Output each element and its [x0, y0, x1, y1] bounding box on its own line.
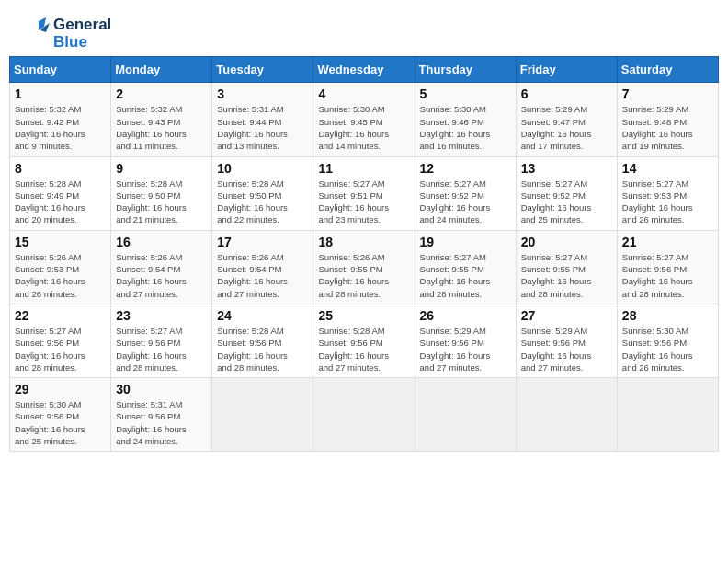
day-info: Sunrise: 5:30 AMSunset: 9:46 PMDaylight:… — [420, 103, 511, 152]
table-row: 25Sunrise: 5:28 AMSunset: 9:56 PMDayligh… — [313, 304, 415, 377]
logo-text-block: General Blue — [53, 17, 111, 51]
day-info: Sunrise: 5:29 AMSunset: 9:56 PMDaylight:… — [521, 325, 612, 373]
day-number: 25 — [318, 308, 409, 323]
day-number: 13 — [521, 161, 612, 176]
day-number: 30 — [116, 382, 207, 396]
col-wednesday: Wednesday — [313, 57, 415, 83]
col-thursday: Thursday — [415, 57, 516, 83]
table-row: 4Sunrise: 5:30 AMSunset: 9:45 PMDaylight… — [313, 83, 415, 156]
day-info: Sunrise: 5:30 AMSunset: 9:56 PMDaylight:… — [15, 398, 106, 447]
day-number: 8 — [15, 161, 106, 176]
calendar-week-3: 15Sunrise: 5:26 AMSunset: 9:53 PMDayligh… — [10, 230, 719, 304]
table-row: 21Sunrise: 5:27 AMSunset: 9:56 PMDayligh… — [617, 230, 718, 304]
day-number: 29 — [15, 382, 106, 396]
table-row: 17Sunrise: 5:26 AMSunset: 9:54 PMDayligh… — [212, 230, 313, 304]
table-row: 7Sunrise: 5:29 AMSunset: 9:48 PMDaylight… — [617, 83, 718, 156]
svg-rect-0 — [18, 17, 51, 51]
table-row: 5Sunrise: 5:30 AMSunset: 9:46 PMDaylight… — [415, 83, 516, 156]
table-row: 30Sunrise: 5:31 AMSunset: 9:56 PMDayligh… — [111, 378, 212, 452]
table-row — [415, 378, 516, 452]
day-info: Sunrise: 5:28 AMSunset: 9:56 PMDaylight:… — [217, 325, 308, 373]
day-number: 12 — [420, 161, 511, 176]
calendar-header-row: Sunday Monday Tuesday Wednesday Thursday… — [10, 57, 719, 83]
table-row: 19Sunrise: 5:27 AMSunset: 9:55 PMDayligh… — [415, 230, 516, 304]
day-info: Sunrise: 5:26 AMSunset: 9:53 PMDaylight:… — [15, 251, 106, 300]
day-info: Sunrise: 5:27 AMSunset: 9:56 PMDaylight:… — [622, 251, 713, 300]
day-number: 2 — [116, 86, 207, 101]
day-number: 11 — [318, 161, 409, 176]
table-row — [212, 378, 313, 452]
day-info: Sunrise: 5:28 AMSunset: 9:50 PMDaylight:… — [217, 178, 308, 226]
table-row: 10Sunrise: 5:28 AMSunset: 9:50 PMDayligh… — [212, 156, 313, 230]
day-info: Sunrise: 5:27 AMSunset: 9:55 PMDaylight:… — [521, 251, 612, 300]
day-info: Sunrise: 5:28 AMSunset: 9:50 PMDaylight:… — [116, 178, 207, 226]
table-row: 11Sunrise: 5:27 AMSunset: 9:51 PMDayligh… — [313, 156, 415, 230]
calendar-table: Sunday Monday Tuesday Wednesday Thursday… — [9, 56, 719, 452]
header: General Blue — [9, 9, 719, 56]
day-info: Sunrise: 5:32 AMSunset: 9:43 PMDaylight:… — [116, 103, 207, 152]
day-number: 28 — [622, 308, 713, 323]
day-info: Sunrise: 5:29 AMSunset: 9:56 PMDaylight:… — [420, 325, 511, 373]
day-number: 7 — [622, 86, 713, 101]
day-number: 22 — [15, 308, 106, 323]
col-saturday: Saturday — [617, 57, 718, 83]
table-row — [313, 378, 415, 452]
day-number: 26 — [420, 308, 511, 323]
table-row: 22Sunrise: 5:27 AMSunset: 9:56 PMDayligh… — [10, 304, 111, 377]
day-info: Sunrise: 5:29 AMSunset: 9:47 PMDaylight:… — [521, 103, 612, 152]
table-row: 26Sunrise: 5:29 AMSunset: 9:56 PMDayligh… — [415, 304, 516, 377]
calendar-week-2: 8Sunrise: 5:28 AMSunset: 9:49 PMDaylight… — [10, 156, 719, 230]
day-number: 4 — [318, 86, 409, 101]
day-info: Sunrise: 5:28 AMSunset: 9:49 PMDaylight:… — [15, 178, 106, 226]
calendar-week-4: 22Sunrise: 5:27 AMSunset: 9:56 PMDayligh… — [10, 304, 719, 377]
table-row: 27Sunrise: 5:29 AMSunset: 9:56 PMDayligh… — [516, 304, 617, 377]
day-info: Sunrise: 5:27 AMSunset: 9:55 PMDaylight:… — [420, 251, 511, 300]
table-row: 6Sunrise: 5:29 AMSunset: 9:47 PMDaylight… — [516, 83, 617, 156]
day-info: Sunrise: 5:27 AMSunset: 9:56 PMDaylight:… — [15, 325, 106, 373]
table-row: 2Sunrise: 5:32 AMSunset: 9:43 PMDaylight… — [111, 83, 212, 156]
table-row: 14Sunrise: 5:27 AMSunset: 9:53 PMDayligh… — [617, 156, 718, 230]
day-info: Sunrise: 5:29 AMSunset: 9:48 PMDaylight:… — [622, 103, 713, 152]
table-row: 15Sunrise: 5:26 AMSunset: 9:53 PMDayligh… — [10, 230, 111, 304]
day-number: 17 — [217, 235, 308, 249]
logo-general-text: General — [53, 17, 111, 34]
day-number: 18 — [318, 235, 409, 249]
day-info: Sunrise: 5:28 AMSunset: 9:56 PMDaylight:… — [318, 325, 409, 373]
day-number: 1 — [15, 86, 106, 101]
day-number: 15 — [15, 235, 106, 249]
day-info: Sunrise: 5:30 AMSunset: 9:56 PMDaylight:… — [622, 325, 713, 373]
day-info: Sunrise: 5:31 AMSunset: 9:44 PMDaylight:… — [217, 103, 308, 152]
day-info: Sunrise: 5:27 AMSunset: 9:52 PMDaylight:… — [420, 178, 511, 226]
col-sunday: Sunday — [10, 57, 111, 83]
day-number: 3 — [217, 86, 308, 101]
calendar-week-1: 1Sunrise: 5:32 AMSunset: 9:42 PMDaylight… — [10, 83, 719, 156]
table-row: 23Sunrise: 5:27 AMSunset: 9:56 PMDayligh… — [111, 304, 212, 377]
logo-svg — [18, 17, 51, 51]
day-number: 10 — [217, 161, 308, 176]
day-info: Sunrise: 5:26 AMSunset: 9:54 PMDaylight:… — [217, 251, 308, 300]
day-info: Sunrise: 5:31 AMSunset: 9:56 PMDaylight:… — [116, 398, 207, 447]
day-info: Sunrise: 5:27 AMSunset: 9:52 PMDaylight:… — [521, 178, 612, 226]
table-row: 24Sunrise: 5:28 AMSunset: 9:56 PMDayligh… — [212, 304, 313, 377]
day-info: Sunrise: 5:30 AMSunset: 9:45 PMDaylight:… — [318, 103, 409, 152]
table-row — [516, 378, 617, 452]
day-number: 20 — [521, 235, 612, 249]
col-tuesday: Tuesday — [212, 57, 313, 83]
day-number: 14 — [622, 161, 713, 176]
table-row: 18Sunrise: 5:26 AMSunset: 9:55 PMDayligh… — [313, 230, 415, 304]
table-row: 9Sunrise: 5:28 AMSunset: 9:50 PMDaylight… — [111, 156, 212, 230]
table-row: 13Sunrise: 5:27 AMSunset: 9:52 PMDayligh… — [516, 156, 617, 230]
logo: General Blue — [18, 17, 111, 51]
table-row: 20Sunrise: 5:27 AMSunset: 9:55 PMDayligh… — [516, 230, 617, 304]
day-info: Sunrise: 5:32 AMSunset: 9:42 PMDaylight:… — [15, 103, 106, 152]
calendar-week-5: 29Sunrise: 5:30 AMSunset: 9:56 PMDayligh… — [10, 378, 719, 452]
day-number: 9 — [116, 161, 207, 176]
table-row: 29Sunrise: 5:30 AMSunset: 9:56 PMDayligh… — [10, 378, 111, 452]
day-number: 21 — [622, 235, 713, 249]
table-row: 1Sunrise: 5:32 AMSunset: 9:42 PMDaylight… — [10, 83, 111, 156]
col-friday: Friday — [516, 57, 617, 83]
table-row: 3Sunrise: 5:31 AMSunset: 9:44 PMDaylight… — [212, 83, 313, 156]
table-row: 8Sunrise: 5:28 AMSunset: 9:49 PMDaylight… — [10, 156, 111, 230]
table-row — [617, 378, 718, 452]
day-info: Sunrise: 5:26 AMSunset: 9:55 PMDaylight:… — [318, 251, 409, 300]
